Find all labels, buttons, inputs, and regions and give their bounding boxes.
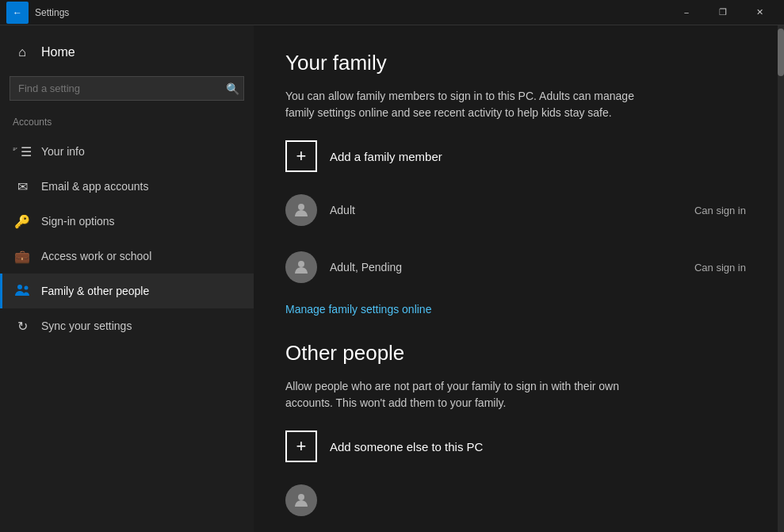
home-icon: ⌂ — [13, 43, 32, 62]
work-label: Access work or school — [41, 250, 151, 262]
close-button[interactable]: ✕ — [741, 0, 778, 25]
add-family-label: Add a family member — [330, 150, 442, 163]
sync-icon: ↻ — [13, 316, 32, 335]
other-people-description: Allow people who are not part of your fa… — [285, 378, 650, 411]
member-adult-name: Adult — [330, 204, 355, 216]
scrollbar-track[interactable] — [778, 25, 784, 532]
scrollbar-thumb[interactable] — [778, 29, 784, 76]
your-info-label: Your info — [41, 145, 85, 158]
svg-rect-1 — [13, 149, 16, 150]
svg-rect-3 — [16, 148, 17, 149]
restore-button[interactable]: ❐ — [705, 0, 741, 25]
titlebar: ← Settings − ❐ ✕ — [0, 0, 784, 25]
family-label: Family & other people — [41, 285, 149, 297]
your-family-title: Your family — [285, 51, 746, 75]
family-icon — [13, 281, 32, 300]
add-family-member-button[interactable]: + Add a family member — [285, 140, 746, 172]
avatar-adult — [285, 194, 317, 226]
key-icon: 🔑 — [13, 212, 32, 231]
add-other-plus-icon: + — [285, 431, 317, 462]
content-area: Your family You can allow family members… — [254, 25, 778, 532]
svg-rect-2 — [13, 150, 15, 151]
manage-family-link[interactable]: Manage family settings online — [285, 303, 431, 316]
back-button[interactable]: ← — [6, 2, 29, 24]
search-button[interactable]: 🔍 — [226, 82, 239, 95]
briefcase-icon: 💼 — [13, 247, 32, 266]
member-pending-name: Adult, Pending — [330, 261, 402, 274]
svg-rect-0 — [13, 148, 16, 149]
member-adult-status: Can sign in — [663, 205, 746, 216]
sidebar-item-email[interactable]: ✉ Email & app accounts — [0, 169, 254, 204]
add-other-person-button[interactable]: + Add someone else to this PC — [285, 431, 746, 462]
sidebar-item-your-info[interactable]: ☰ Your info — [0, 134, 254, 169]
main-container: ⌂ Home 🔍 Accounts ☰ Your info ✉ Email & … — [0, 25, 784, 532]
member-row-adult[interactable]: Adult Can sign in — [285, 188, 746, 232]
minimize-button[interactable]: − — [668, 0, 705, 25]
window-title: Settings — [35, 7, 668, 18]
svg-point-9 — [298, 494, 304, 500]
search-box: 🔍 — [10, 76, 244, 101]
accounts-label: Accounts — [0, 113, 254, 134]
sync-label: Sync your settings — [41, 320, 132, 332]
window-controls: − ❐ ✕ — [668, 0, 778, 25]
sidebar-item-sync[interactable]: ↻ Sync your settings — [0, 308, 254, 343]
email-label: Email & app accounts — [41, 180, 148, 193]
sidebar-item-family[interactable]: Family & other people — [0, 274, 254, 308]
svg-rect-4 — [16, 148, 17, 149]
member-row-bottom — [285, 478, 746, 522]
other-people-title: Other people — [285, 341, 746, 366]
svg-point-8 — [298, 261, 304, 267]
signin-label: Sign-in options — [41, 215, 115, 228]
person-icon: ☰ — [13, 142, 32, 161]
avatar-bottom — [285, 484, 317, 516]
back-icon: ← — [13, 7, 22, 18]
sidebar: ⌂ Home 🔍 Accounts ☰ Your info ✉ Email & … — [0, 25, 254, 532]
add-other-label: Add someone else to this PC — [330, 440, 483, 454]
member-pending-status: Can sign in — [663, 262, 746, 274]
home-label: Home — [41, 45, 75, 59]
sidebar-item-home[interactable]: ⌂ Home — [0, 35, 254, 70]
avatar-pending — [285, 251, 317, 283]
add-plus-icon: + — [285, 140, 317, 172]
search-input[interactable] — [10, 76, 244, 101]
member-row-pending[interactable]: Adult, Pending Can sign in — [285, 245, 746, 289]
sidebar-item-signin[interactable]: 🔑 Sign-in options — [0, 204, 254, 239]
svg-point-5 — [17, 285, 22, 289]
svg-point-7 — [298, 204, 304, 210]
email-icon: ✉ — [13, 177, 32, 196]
your-family-description: You can allow family members to sign in … — [285, 88, 650, 121]
sidebar-item-work[interactable]: 💼 Access work or school — [0, 239, 254, 274]
svg-point-6 — [25, 286, 29, 290]
